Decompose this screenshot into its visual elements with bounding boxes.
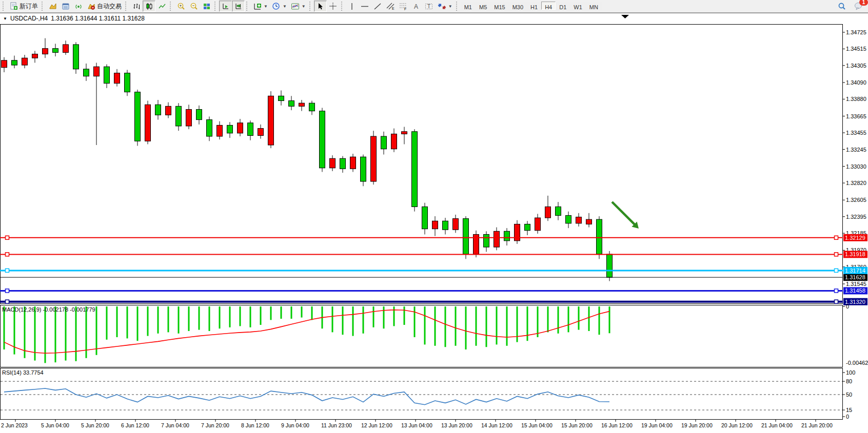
tile-windows-button[interactable] — [200, 1, 213, 12]
text-button[interactable]: A — [410, 1, 423, 12]
timeframe-H4[interactable]: H4 — [541, 2, 556, 10]
timeframe-M30[interactable]: M30 — [509, 2, 527, 10]
cursor-button[interactable] — [314, 1, 327, 12]
time-tick-label[interactable]: 14 Jun 12:00 — [481, 422, 512, 428]
timeframe-M15[interactable]: M15 — [490, 2, 508, 10]
equidistant-channel-button[interactable]: E — [384, 1, 397, 12]
time-tick-label[interactable]: 21 Jun 20:00 — [801, 422, 833, 428]
hline-handle[interactable] — [6, 236, 9, 239]
timeframe-MN[interactable]: MN — [586, 2, 602, 10]
rsi-tick-label: 100 — [846, 369, 855, 376]
time-tick-label[interactable]: 21 Jun 04:00 — [761, 422, 793, 428]
main-toolbar: 新订单 自动交易 — [0, 0, 868, 13]
hline-handle[interactable] — [6, 253, 9, 256]
hline-handle[interactable] — [835, 253, 838, 256]
chart-shift-icon — [234, 2, 243, 10]
time-tick-label[interactable]: 5 Jun 04:00 — [41, 422, 69, 428]
time-tick-label[interactable]: 11 Jun 23:00 — [321, 422, 352, 428]
macd-zero-label: 0 — [846, 303, 849, 310]
hline-handle[interactable] — [835, 300, 838, 303]
arrows-button[interactable]: ▼ — [436, 1, 455, 12]
timeframe-D1[interactable]: D1 — [556, 2, 570, 10]
search-button[interactable] — [835, 1, 848, 12]
time-tick-label[interactable]: 12 Jun 12:00 — [361, 422, 392, 428]
periods-button[interactable]: ▼ — [270, 1, 289, 12]
time-tick-label[interactable]: 15 Jun 04:00 — [521, 422, 553, 428]
time-tick-label[interactable]: 19 Jun 20:00 — [681, 422, 713, 428]
rsi-pane-frame — [1, 368, 843, 420]
time-tick-label[interactable]: 19 Jun 04:00 — [641, 422, 673, 428]
time-tick-label[interactable]: 13 Jun 04:00 — [401, 422, 432, 428]
time-tick-label[interactable]: 5 Jun 20:00 — [81, 422, 109, 428]
candle — [43, 49, 48, 54]
time-tick-label[interactable]: 8 Jun 12:00 — [241, 422, 269, 428]
zoom-out-button[interactable] — [187, 1, 200, 12]
time-tick-label[interactable]: 9 Jun 04:00 — [281, 422, 309, 428]
line-chart-button[interactable] — [155, 1, 168, 12]
fibonacci-button[interactable]: F — [397, 1, 410, 12]
time-tick-label[interactable]: 16 Jun 12:00 — [601, 422, 633, 428]
price-chart-canvas[interactable]: 1.347251.345151.343051.340901.338801.336… — [0, 13, 868, 433]
indicators-button[interactable]: ▼ — [251, 1, 270, 12]
chart-dropdown-icon[interactable]: ▼ — [3, 16, 7, 21]
time-tick-label[interactable]: 6 Jun 12:00 — [121, 422, 149, 428]
hline-handle[interactable] — [6, 300, 9, 303]
price-tick-label: 1.32395 — [846, 214, 866, 220]
new-order-button[interactable]: 新订单 — [7, 1, 40, 12]
arrows-icon — [438, 2, 446, 10]
candle — [196, 110, 202, 120]
candle — [94, 67, 100, 76]
trendline-button[interactable] — [371, 1, 384, 12]
notifications-button[interactable]: 1 — [852, 1, 865, 12]
profiles-button[interactable] — [46, 1, 59, 12]
candle — [73, 45, 79, 69]
svg-text:F: F — [404, 7, 406, 11]
time-tick-label[interactable]: 20 Jun 12:00 — [721, 422, 753, 428]
dropdown-caret-icon: ▼ — [283, 4, 287, 9]
candle — [607, 254, 613, 277]
candle — [258, 129, 264, 136]
bar-chart-icon — [132, 2, 141, 10]
time-tick-label[interactable]: 7 Jun 04:00 — [161, 422, 189, 428]
text-label-button[interactable]: T — [423, 1, 436, 12]
toolbar-grip — [170, 2, 173, 11]
hline-handle[interactable] — [835, 269, 838, 272]
vertical-line-button[interactable] — [346, 1, 359, 12]
candle — [114, 73, 120, 84]
zoom-in-button[interactable] — [174, 1, 187, 12]
candle — [227, 125, 233, 133]
timeframe-M5[interactable]: M5 — [476, 2, 490, 10]
timeframe-H1[interactable]: H1 — [527, 2, 541, 10]
hline-price-badge-label: 1.31918 — [845, 251, 865, 257]
candle — [432, 221, 438, 229]
bar-chart-button[interactable] — [130, 1, 143, 12]
candle — [545, 207, 551, 218]
hline-handle[interactable] — [835, 236, 838, 239]
hline-handle[interactable] — [6, 269, 9, 272]
candlestick-chart-button[interactable] — [143, 1, 155, 12]
candle — [597, 219, 602, 254]
crosshair-button[interactable] — [327, 1, 340, 12]
rsi-tick-label: 80 — [846, 378, 852, 384]
candle — [309, 103, 315, 111]
hline-handle[interactable] — [6, 289, 9, 293]
candle — [412, 132, 418, 207]
vertical-line-icon — [348, 2, 357, 10]
time-tick-label[interactable]: 15 Jun 20:00 — [561, 422, 593, 428]
hline-handle[interactable] — [835, 289, 838, 293]
signals-button[interactable] — [72, 1, 85, 12]
time-tick-label[interactable]: 7 Jun 20:00 — [201, 422, 229, 428]
auto-scroll-button[interactable] — [219, 1, 232, 12]
horizontal-line-button[interactable] — [359, 1, 371, 12]
timeframe-W1[interactable]: W1 — [570, 2, 586, 10]
market-watch-button[interactable] — [59, 1, 72, 12]
time-tick-label[interactable]: 13 Jun 20:00 — [441, 422, 472, 428]
timeframe-M1[interactable]: M1 — [461, 2, 476, 10]
chart-shift-marker[interactable] — [621, 15, 629, 18]
hline-price-badge-label: 1.31714 — [845, 267, 865, 274]
templates-button[interactable]: ▼ — [289, 1, 308, 12]
chart-shift-button[interactable] — [232, 1, 245, 12]
time-tick-label[interactable]: 2 Jun 2023 — [1, 422, 28, 428]
market-watch-icon — [61, 2, 70, 10]
autotrading-button[interactable]: 自动交易 — [85, 1, 124, 12]
